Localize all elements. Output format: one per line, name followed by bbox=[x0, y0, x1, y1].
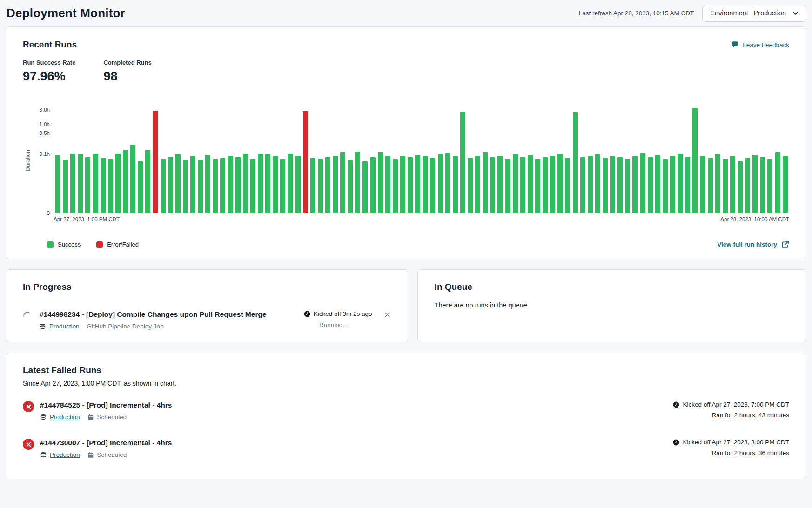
run-bar-success[interactable] bbox=[445, 153, 450, 213]
run-bar-success[interactable] bbox=[438, 154, 443, 213]
run-bar-success[interactable] bbox=[497, 156, 503, 213]
run-bar-success[interactable] bbox=[213, 159, 218, 213]
run-bar-success[interactable] bbox=[145, 150, 150, 213]
run-bar-success[interactable] bbox=[543, 157, 548, 213]
environment-dropdown[interactable]: Environment Production bbox=[702, 5, 806, 22]
run-bar-success[interactable] bbox=[130, 145, 135, 213]
run-bar-success[interactable] bbox=[198, 160, 203, 213]
run-bar-success[interactable] bbox=[333, 156, 338, 213]
run-bar-success[interactable] bbox=[513, 154, 518, 213]
run-bar-success[interactable] bbox=[723, 159, 728, 213]
run-bar-success[interactable] bbox=[310, 158, 315, 213]
run-bar-success[interactable] bbox=[483, 152, 488, 213]
run-bar-success[interactable] bbox=[738, 161, 743, 213]
run-bar-success[interactable] bbox=[632, 156, 638, 213]
run-bar-success[interactable] bbox=[505, 159, 510, 213]
run-bar-success[interactable] bbox=[63, 160, 68, 213]
run-bar-success[interactable] bbox=[617, 157, 623, 213]
run-bar-success[interactable] bbox=[468, 158, 473, 213]
run-bar-success[interactable] bbox=[175, 154, 181, 213]
run-bar-success[interactable] bbox=[115, 154, 121, 213]
run-bar-success[interactable] bbox=[595, 154, 600, 213]
run-bar-success[interactable] bbox=[760, 157, 765, 213]
run-bar-success[interactable] bbox=[670, 156, 675, 213]
run-bar-success[interactable] bbox=[752, 155, 758, 213]
run-bar-success[interactable] bbox=[528, 155, 533, 213]
run-bar-success[interactable] bbox=[183, 160, 188, 213]
run-bar-success[interactable] bbox=[775, 152, 780, 213]
run-bar-success[interactable] bbox=[348, 160, 353, 213]
cancel-run-button[interactable] bbox=[372, 310, 391, 318]
run-bar-success[interactable] bbox=[640, 153, 645, 213]
run-bar-success[interactable] bbox=[273, 156, 278, 213]
leave-feedback-link[interactable]: Leave Feedback bbox=[731, 41, 789, 48]
run-bar-success[interactable] bbox=[161, 159, 166, 213]
run-bar-success[interactable] bbox=[580, 157, 585, 213]
run-bar-success[interactable] bbox=[475, 156, 480, 213]
run-bar-success[interactable] bbox=[625, 159, 630, 213]
run-bar-success[interactable] bbox=[70, 154, 75, 213]
run-bar-success[interactable] bbox=[678, 154, 683, 213]
run-bar-success[interactable] bbox=[378, 152, 383, 213]
run-bar-success[interactable] bbox=[325, 157, 330, 213]
run-bar-success[interactable] bbox=[603, 158, 608, 213]
run-bar-success[interactable] bbox=[565, 158, 570, 213]
run-bar-success[interactable] bbox=[190, 156, 195, 213]
run-bar-success[interactable] bbox=[280, 159, 285, 213]
run-bar-success[interactable] bbox=[520, 157, 525, 213]
run-bar-success[interactable] bbox=[708, 158, 713, 213]
run-bar-success[interactable] bbox=[85, 157, 90, 213]
run-bar-success[interactable] bbox=[767, 159, 772, 213]
run-bar-success[interactable] bbox=[588, 156, 593, 213]
run-bar-success[interactable] bbox=[55, 155, 60, 213]
run-bar-success[interactable] bbox=[655, 155, 660, 213]
run-bar-success[interactable] bbox=[258, 154, 263, 213]
run-bar-success[interactable] bbox=[228, 156, 233, 213]
run-bar-success[interactable] bbox=[370, 157, 376, 213]
run-bar-success[interactable] bbox=[400, 156, 405, 213]
run-bar-success[interactable] bbox=[663, 159, 668, 213]
run-bar-success[interactable] bbox=[108, 159, 113, 213]
run-bar-success[interactable] bbox=[573, 112, 578, 213]
run-bar-failed[interactable] bbox=[303, 111, 308, 213]
run-bar-success[interactable] bbox=[318, 159, 323, 213]
environment-link[interactable]: Production bbox=[49, 323, 80, 330]
run-bar-success[interactable] bbox=[648, 157, 653, 213]
run-bar-success[interactable] bbox=[700, 156, 705, 213]
run-bar-success[interactable] bbox=[692, 108, 698, 213]
run-bar-success[interactable] bbox=[408, 157, 413, 213]
run-bar-success[interactable] bbox=[430, 158, 435, 213]
run-bar-success[interactable] bbox=[730, 156, 735, 213]
run-bar-success[interactable] bbox=[123, 150, 128, 213]
run-bar-success[interactable] bbox=[340, 152, 345, 213]
run-bar-success[interactable] bbox=[250, 159, 255, 213]
run-bar-success[interactable] bbox=[138, 161, 143, 213]
run-bar-success[interactable] bbox=[205, 155, 210, 213]
run-bar-success[interactable] bbox=[288, 154, 293, 213]
run-bar-success[interactable] bbox=[265, 154, 270, 213]
run-bar-success[interactable] bbox=[295, 156, 301, 213]
run-bar-success[interactable] bbox=[393, 159, 398, 213]
run-bar-success[interactable] bbox=[490, 157, 495, 213]
run-bar-success[interactable] bbox=[453, 156, 458, 213]
run-bar-success[interactable] bbox=[220, 158, 225, 213]
run-bar-success[interactable] bbox=[243, 154, 248, 213]
environment-link[interactable]: Production bbox=[50, 451, 80, 458]
run-bar-success[interactable] bbox=[362, 161, 368, 213]
run-bar-success[interactable] bbox=[423, 156, 428, 213]
run-bar-success[interactable] bbox=[557, 154, 563, 213]
run-bar-success[interactable] bbox=[168, 157, 173, 213]
run-bar-success[interactable] bbox=[235, 157, 241, 213]
run-bar-success[interactable] bbox=[535, 159, 540, 213]
run-bar-success[interactable] bbox=[460, 112, 465, 213]
run-bar-success[interactable] bbox=[783, 156, 788, 213]
view-run-history-link[interactable]: View full run history bbox=[717, 241, 789, 248]
run-bar-success[interactable] bbox=[385, 156, 390, 213]
run-bar-failed[interactable] bbox=[153, 111, 158, 213]
run-bar-success[interactable] bbox=[745, 158, 750, 213]
run-bar-success[interactable] bbox=[78, 154, 83, 213]
environment-link[interactable]: Production bbox=[50, 414, 80, 421]
run-bar-success[interactable] bbox=[101, 158, 106, 213]
run-bar-success[interactable] bbox=[715, 154, 720, 213]
run-bar-success[interactable] bbox=[355, 152, 360, 213]
